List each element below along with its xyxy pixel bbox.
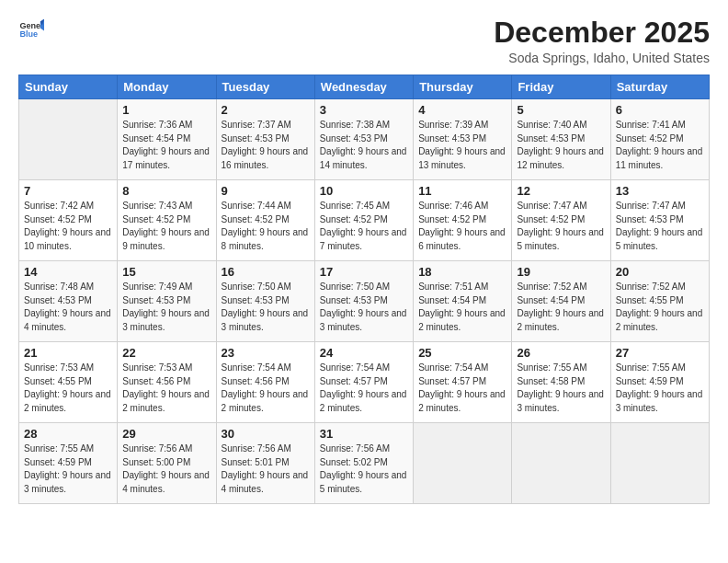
day-number: 28 <box>24 427 112 441</box>
day-of-week-friday: Friday <box>512 75 610 99</box>
sunrise-text: Sunrise: 7:48 AM <box>24 282 94 292</box>
daylight-text: Daylight: 9 hours and 2 minutes. <box>122 389 210 413</box>
sunset-text: Sunset: 4:53 PM <box>320 295 388 305</box>
day-info: Sunrise: 7:42 AMSunset: 4:52 PMDaylight:… <box>24 200 112 253</box>
day-info: Sunrise: 7:46 AMSunset: 4:52 PMDaylight:… <box>418 200 506 253</box>
day-number: 25 <box>418 346 506 360</box>
day-number: 24 <box>320 346 408 360</box>
day-info: Sunrise: 7:41 AMSunset: 4:52 PMDaylight:… <box>616 119 704 172</box>
day-number: 9 <box>222 184 310 198</box>
sunrise-text: Sunrise: 7:36 AM <box>122 120 192 130</box>
day-info: Sunrise: 7:39 AMSunset: 4:53 PMDaylight:… <box>418 119 506 172</box>
daylight-text: Daylight: 9 hours and 4 minutes. <box>222 470 309 494</box>
calendar-cell <box>512 423 610 504</box>
day-of-week-monday: Monday <box>118 75 216 99</box>
daylight-text: Daylight: 9 hours and 2 minutes. <box>418 308 506 332</box>
day-number: 29 <box>122 427 210 441</box>
day-info: Sunrise: 7:54 AMSunset: 4:56 PMDaylight:… <box>222 362 310 415</box>
sunrise-text: Sunrise: 7:40 AM <box>517 120 586 130</box>
calendar-cell: 6Sunrise: 7:41 AMSunset: 4:52 PMDaylight… <box>610 99 709 180</box>
location-subtitle: Soda Springs, Idaho, United States <box>494 51 710 65</box>
daylight-text: Daylight: 9 hours and 5 minutes. <box>320 470 407 494</box>
day-of-week-wednesday: Wednesday <box>314 75 413 99</box>
day-number: 19 <box>517 265 605 279</box>
day-info: Sunrise: 7:47 AMSunset: 4:52 PMDaylight:… <box>517 200 605 253</box>
daylight-text: Daylight: 9 hours and 5 minutes. <box>616 227 703 251</box>
day-info: Sunrise: 7:44 AMSunset: 4:52 PMDaylight:… <box>222 200 310 253</box>
day-number: 4 <box>418 103 506 117</box>
calendar-page: General Blue December 2025 Soda Springs,… <box>0 0 728 563</box>
calendar-cell: 14Sunrise: 7:48 AMSunset: 4:53 PMDayligh… <box>19 261 118 342</box>
day-info: Sunrise: 7:49 AMSunset: 4:53 PMDaylight:… <box>122 281 210 334</box>
sunrise-text: Sunrise: 7:52 AM <box>616 282 686 292</box>
sunrise-text: Sunrise: 7:54 AM <box>222 362 291 373</box>
day-number: 6 <box>616 103 704 117</box>
sunrise-text: Sunrise: 7:55 AM <box>517 362 586 373</box>
sunrise-text: Sunrise: 7:49 AM <box>122 282 192 292</box>
sunrise-text: Sunrise: 7:54 AM <box>418 362 488 373</box>
sunset-text: Sunset: 4:52 PM <box>24 214 92 224</box>
sunset-text: Sunset: 4:54 PM <box>122 133 190 144</box>
calendar-week-5: 28Sunrise: 7:55 AMSunset: 4:59 PMDayligh… <box>19 423 710 504</box>
day-info: Sunrise: 7:51 AMSunset: 4:54 PMDaylight:… <box>418 281 506 334</box>
daylight-text: Daylight: 9 hours and 3 minutes. <box>222 308 309 332</box>
day-number: 10 <box>320 184 408 198</box>
daylight-text: Daylight: 9 hours and 3 minutes. <box>517 389 604 413</box>
sunrise-text: Sunrise: 7:56 AM <box>320 443 390 454</box>
calendar-cell: 29Sunrise: 7:56 AMSunset: 5:00 PMDayligh… <box>118 423 216 504</box>
sunrise-text: Sunrise: 7:41 AM <box>616 120 686 130</box>
sunset-text: Sunset: 4:56 PM <box>222 376 290 386</box>
day-number: 11 <box>418 184 506 198</box>
sunrise-text: Sunrise: 7:39 AM <box>418 120 488 130</box>
calendar-body: 1Sunrise: 7:36 AMSunset: 4:54 PMDaylight… <box>19 99 710 504</box>
sunrise-text: Sunrise: 7:52 AM <box>517 282 586 292</box>
calendar-cell: 2Sunrise: 7:37 AMSunset: 4:53 PMDaylight… <box>216 99 314 180</box>
sunset-text: Sunset: 4:54 PM <box>418 295 486 305</box>
daylight-text: Daylight: 9 hours and 10 minutes. <box>24 227 111 251</box>
calendar-cell: 20Sunrise: 7:52 AMSunset: 4:55 PMDayligh… <box>610 261 709 342</box>
sunset-text: Sunset: 4:53 PM <box>320 133 388 144</box>
sunrise-text: Sunrise: 7:54 AM <box>320 362 390 373</box>
sunrise-text: Sunrise: 7:56 AM <box>222 443 291 454</box>
day-number: 1 <box>122 103 210 117</box>
sunset-text: Sunset: 4:52 PM <box>517 214 585 224</box>
sunset-text: Sunset: 4:59 PM <box>616 376 684 386</box>
sunset-text: Sunset: 4:53 PM <box>24 295 92 305</box>
sunrise-text: Sunrise: 7:47 AM <box>517 201 586 211</box>
sunset-text: Sunset: 5:02 PM <box>320 457 388 467</box>
calendar-week-4: 21Sunrise: 7:53 AMSunset: 4:55 PMDayligh… <box>19 342 710 423</box>
day-number: 15 <box>122 265 210 279</box>
calendar-cell <box>414 423 512 504</box>
sunset-text: Sunset: 4:57 PM <box>320 376 388 386</box>
day-of-week-sunday: Sunday <box>19 75 118 99</box>
day-number: 2 <box>222 103 310 117</box>
sunset-text: Sunset: 4:53 PM <box>222 133 290 144</box>
title-block: December 2025 Soda Springs, Idaho, Unite… <box>494 17 710 65</box>
sunset-text: Sunset: 4:53 PM <box>222 295 290 305</box>
day-info: Sunrise: 7:52 AMSunset: 4:54 PMDaylight:… <box>517 281 605 334</box>
calendar-cell: 30Sunrise: 7:56 AMSunset: 5:01 PMDayligh… <box>216 423 314 504</box>
daylight-text: Daylight: 9 hours and 2 minutes. <box>320 389 407 413</box>
day-of-week-thursday: Thursday <box>414 75 512 99</box>
calendar-cell: 31Sunrise: 7:56 AMSunset: 5:02 PMDayligh… <box>314 423 413 504</box>
day-number: 26 <box>517 346 605 360</box>
calendar-cell: 7Sunrise: 7:42 AMSunset: 4:52 PMDaylight… <box>19 180 118 261</box>
calendar-cell: 4Sunrise: 7:39 AMSunset: 4:53 PMDaylight… <box>414 99 512 180</box>
daylight-text: Daylight: 9 hours and 4 minutes. <box>24 308 111 332</box>
page-header: General Blue December 2025 Soda Springs,… <box>18 17 710 65</box>
sunrise-text: Sunrise: 7:56 AM <box>122 443 192 454</box>
sunset-text: Sunset: 4:53 PM <box>418 133 486 144</box>
day-info: Sunrise: 7:38 AMSunset: 4:53 PMDaylight:… <box>320 119 408 172</box>
sunrise-text: Sunrise: 7:53 AM <box>24 362 94 373</box>
calendar-cell: 11Sunrise: 7:46 AMSunset: 4:52 PMDayligh… <box>414 180 512 261</box>
calendar-cell: 22Sunrise: 7:53 AMSunset: 4:56 PMDayligh… <box>118 342 216 423</box>
calendar-week-2: 7Sunrise: 7:42 AMSunset: 4:52 PMDaylight… <box>19 180 710 261</box>
day-info: Sunrise: 7:52 AMSunset: 4:55 PMDaylight:… <box>616 281 704 334</box>
svg-text:Blue: Blue <box>19 29 38 39</box>
day-info: Sunrise: 7:54 AMSunset: 4:57 PMDaylight:… <box>418 362 506 415</box>
day-info: Sunrise: 7:50 AMSunset: 4:53 PMDaylight:… <box>222 281 310 334</box>
day-number: 14 <box>24 265 112 279</box>
sunrise-text: Sunrise: 7:50 AM <box>320 282 390 292</box>
day-number: 13 <box>616 184 704 198</box>
month-title: December 2025 <box>494 17 710 49</box>
